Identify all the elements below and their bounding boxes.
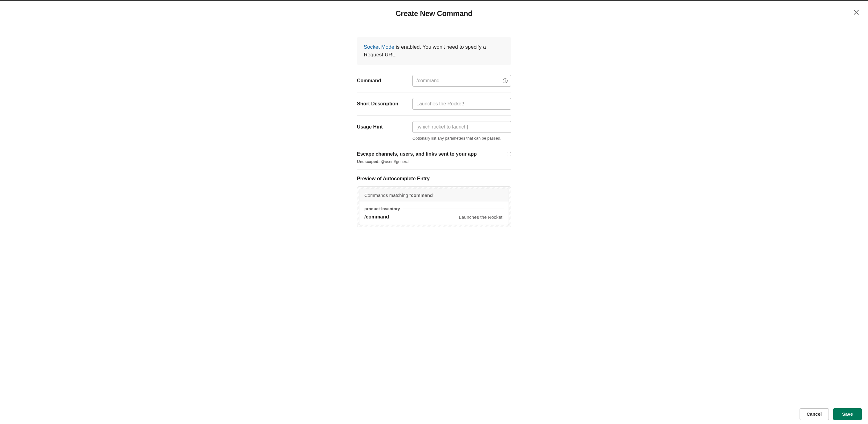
usage-hint-label: Usage Hint bbox=[357, 124, 412, 130]
escape-note-example: @user #general bbox=[380, 159, 409, 164]
preview-card-header: Commands matching "command" bbox=[360, 189, 508, 201]
svg-point-3 bbox=[505, 79, 505, 80]
cancel-button[interactable]: Cancel bbox=[800, 408, 829, 420]
modal-footer: Cancel Save bbox=[0, 404, 868, 424]
modal-header: Create New Command bbox=[0, 1, 868, 25]
usage-hint-input-wrap bbox=[412, 121, 511, 133]
info-icon[interactable] bbox=[502, 78, 508, 84]
usage-hint-input[interactable] bbox=[412, 121, 511, 133]
command-label: Command bbox=[357, 78, 412, 84]
preview-command-row: /command Launches the Rocket! bbox=[364, 214, 504, 220]
short-description-input-wrap bbox=[412, 98, 511, 110]
preview-header-keyword: command bbox=[411, 193, 433, 198]
preview-body: product-inventory /command Launches the … bbox=[360, 201, 508, 225]
escape-label: Escape channels, users, and links sent t… bbox=[357, 151, 477, 157]
field-row-command: Command bbox=[357, 69, 511, 92]
preview-title: Preview of Autocomplete Entry bbox=[357, 170, 511, 187]
escape-note: Unescaped: @user #general bbox=[357, 159, 511, 169]
socket-mode-link[interactable]: Socket Mode bbox=[364, 44, 394, 50]
preview-command-desc: Launches the Rocket! bbox=[459, 215, 504, 220]
preview-group-line: product-inventory bbox=[364, 206, 504, 211]
field-row-short-description: Short Description bbox=[357, 92, 511, 115]
escape-note-prefix: Unescaped: bbox=[357, 159, 380, 164]
preview-header-prefix: Commands matching " bbox=[364, 193, 411, 198]
field-row-usage-hint: Usage Hint bbox=[357, 116, 511, 138]
command-input[interactable] bbox=[412, 75, 511, 87]
form-column: Socket Mode is enabled. You won't need t… bbox=[357, 37, 511, 227]
modal-title: Create New Command bbox=[396, 9, 472, 18]
preview-command-name: /command bbox=[364, 214, 389, 220]
close-icon bbox=[853, 9, 860, 16]
short-description-label: Short Description bbox=[357, 101, 412, 107]
modal-body: Socket Mode is enabled. You won't need t… bbox=[0, 25, 868, 270]
command-input-wrap bbox=[412, 75, 511, 87]
preview-outer: Commands matching "command" product-inve… bbox=[357, 187, 511, 227]
short-description-input[interactable] bbox=[412, 98, 511, 110]
close-button[interactable] bbox=[851, 7, 862, 18]
preview-group-name: product-inventory bbox=[364, 206, 400, 211]
preview-group-rule bbox=[403, 208, 504, 209]
preview-card: Commands matching "command" product-inve… bbox=[359, 189, 509, 225]
escape-row: Escape channels, users, and links sent t… bbox=[357, 145, 511, 159]
escape-checkbox[interactable] bbox=[507, 152, 511, 156]
preview-header-suffix: " bbox=[433, 193, 434, 198]
usage-hint-help: Optionally list any parameters that can … bbox=[412, 136, 511, 140]
save-button[interactable]: Save bbox=[833, 408, 862, 420]
socket-mode-banner: Socket Mode is enabled. You won't need t… bbox=[357, 37, 511, 65]
